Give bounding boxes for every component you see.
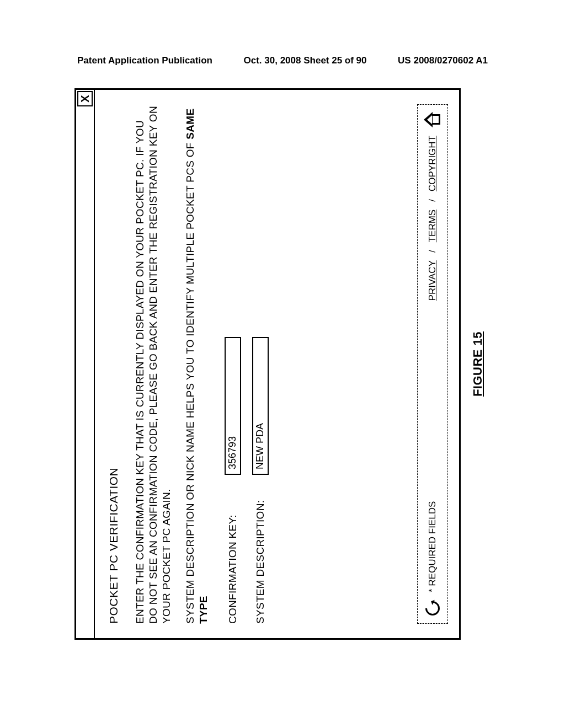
separator: / — [427, 199, 438, 202]
system-description-row: SYSTEM DESCRIPTION: — [252, 104, 269, 624]
header-left: Patent Application Publication — [77, 55, 212, 66]
system-description-label: SYSTEM DESCRIPTION: — [254, 475, 266, 624]
privacy-link[interactable]: PRIVACY — [427, 260, 438, 301]
document-header: Patent Application Publication Oct. 30, … — [0, 0, 565, 73]
figure-label: FIGURE 15 — [471, 88, 485, 640]
figure-container: X POCKET PC VERIFICATION ENTER THE CONFI… — [74, 88, 491, 640]
system-description-input[interactable] — [252, 337, 269, 475]
terms-link[interactable]: TERMS — [427, 210, 438, 243]
footer-left: * REQUIRED FIELDS — [425, 501, 440, 615]
instruction-paragraph-1: ENTER THE CONFIRMATION KEY THAT IS CURRE… — [134, 104, 173, 624]
close-button[interactable]: X — [77, 91, 93, 106]
dialog-window: X POCKET PC VERIFICATION ENTER THE CONFI… — [74, 88, 461, 640]
footer-bar: * REQUIRED FIELDS PRIVACY / TERMS / COPY… — [417, 104, 448, 624]
dialog-content: POCKET PC VERIFICATION ENTER THE CONFIRM… — [95, 90, 292, 638]
separator: / — [427, 250, 438, 253]
dialog-heading: POCKET PC VERIFICATION — [107, 104, 120, 624]
instruction-paragraph-2: SYSTEM DESCRIPTION OR NICK NAME HELPS YO… — [184, 104, 210, 624]
footer-right: PRIVACY / TERMS / COPYRIGHT — [425, 113, 440, 301]
confirmation-key-label: CONFIRMATION KEY: — [227, 475, 239, 624]
home-icon[interactable] — [425, 113, 440, 128]
para2-text: SYSTEM DESCRIPTION OR NICK NAME HELPS YO… — [184, 140, 196, 624]
confirmation-key-row: CONFIRMATION KEY: — [225, 104, 241, 624]
refresh-icon[interactable] — [423, 598, 443, 619]
copyright-link[interactable]: COPYRIGHT — [427, 136, 438, 191]
header-mid: Oct. 30, 2008 Sheet 25 of 90 — [244, 55, 367, 66]
titlebar: X — [76, 90, 95, 638]
required-fields-label: * REQUIRED FIELDS — [427, 501, 438, 592]
header-right: US 2008/0270602 A1 — [398, 55, 488, 66]
confirmation-key-input[interactable] — [225, 337, 241, 475]
